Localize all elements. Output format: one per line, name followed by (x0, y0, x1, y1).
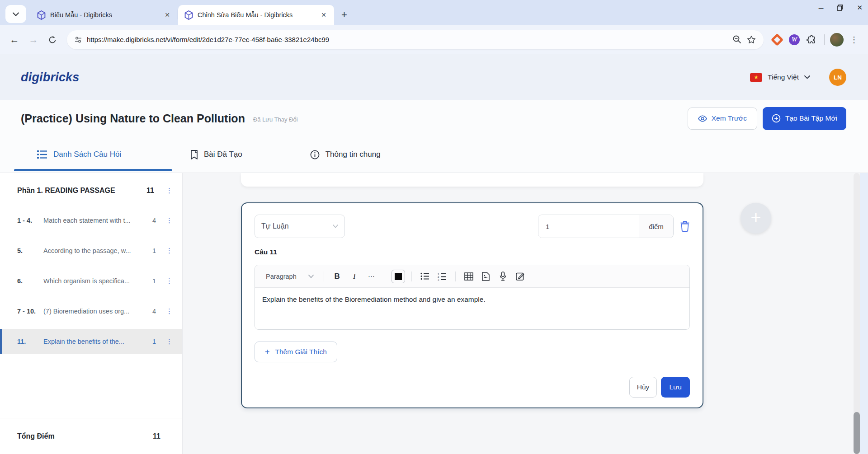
text-color-button[interactable] (391, 269, 406, 284)
paragraph-style-select[interactable]: Paragraph (261, 268, 318, 285)
tab-general-info[interactable]: Thông tin chung (310, 136, 381, 173)
question-item-6[interactable]: 6. Which organism is specifica... 1 ⋮ (0, 268, 182, 294)
browser-tab-forms[interactable]: Biểu Mẫu - Digibricks ✕ (31, 5, 178, 25)
bold-button[interactable]: B (330, 269, 345, 284)
browser-tab-edit-form[interactable]: Chỉnh Sửa Biểu Mẫu - Digibricks ✕ (178, 5, 334, 25)
section-header-row[interactable]: Phần 1. READING PASSAGE 11 ⋮ (0, 179, 182, 202)
tab-created-assignments[interactable]: Bài Đã Tạo (190, 136, 242, 173)
section-tabs: Danh Sách Câu Hỏi Bài Đã Tạo Thông tin c… (0, 136, 868, 173)
microphone-icon (500, 271, 506, 281)
section-title: Phần 1. READING PASSAGE (17, 187, 146, 195)
total-points-value: 11 (153, 432, 160, 440)
question-number-label: Câu 11 (255, 248, 690, 256)
insert-image-button[interactable] (478, 269, 494, 284)
forward-button[interactable]: → (25, 32, 42, 48)
save-status: Đã Lưu Thay Đổi (253, 116, 298, 123)
chevron-down-icon (333, 225, 338, 228)
vietnam-flag-icon: ★ (750, 73, 762, 82)
tab-search-button[interactable] (5, 5, 26, 23)
window-close-button[interactable]: ✕ (857, 4, 863, 12)
bookmark-star-icon[interactable] (746, 35, 756, 45)
points-input[interactable] (538, 215, 639, 238)
edit-square-icon (516, 272, 525, 281)
extension-icon-orange[interactable] (770, 33, 784, 47)
tab-title: Biểu Mẫu - Digibricks (50, 11, 158, 19)
points-unit-label: điểm (639, 215, 673, 238)
tab-close-icon[interactable]: ✕ (319, 10, 329, 20)
browser-profile-avatar[interactable] (830, 33, 844, 47)
insert-table-button[interactable] (461, 269, 476, 284)
question-item-5[interactable]: 5. According to the passage, w... 1 ⋮ (0, 238, 182, 263)
extensions-puzzle-icon[interactable] (804, 33, 819, 47)
delete-question-button[interactable] (680, 221, 690, 232)
more-options-icon[interactable]: ⋮ (166, 277, 172, 285)
question-text-editor[interactable]: Explain the benefits of the Bioremediati… (255, 288, 689, 329)
add-explanation-button[interactable]: + Thêm Giải Thích (255, 342, 337, 362)
site-info-icon[interactable] (74, 36, 82, 44)
extension-icon-w[interactable]: W (787, 33, 802, 47)
question-item-7-10[interactable]: 7 - 10. (7) Bioremediation uses org... 4… (0, 299, 182, 324)
toolbar-separator (411, 271, 412, 281)
user-avatar[interactable]: LN (829, 69, 846, 86)
zoom-out-icon[interactable] (732, 35, 742, 44)
browser-tabstrip: Biểu Mẫu - Digibricks ✕ Chỉnh Sửa Biểu M… (0, 0, 868, 25)
editor-content-area: Tự Luận điểm Câu 11 (183, 173, 868, 454)
scrollbar-thumb[interactable] (854, 412, 860, 454)
page-scrollbar[interactable] (854, 173, 860, 454)
address-bar[interactable]: https://make.digibricks.net/vi/form/edit… (67, 30, 764, 49)
more-options-icon[interactable]: ⋮ (166, 247, 172, 255)
edit-content-button[interactable] (513, 269, 528, 284)
trash-icon (680, 221, 690, 232)
url-text: https://make.digibricks.net/vi/form/edit… (87, 36, 728, 43)
title-row: (Practice) Using Nature to Clean Polluti… (0, 100, 868, 136)
digibricks-favicon (184, 10, 193, 20)
page-edge (860, 173, 868, 454)
question-item-11[interactable]: 11. Explain the benefits of the... 1 ⋮ (0, 329, 182, 354)
more-options-icon[interactable]: ⋮ (166, 187, 172, 195)
section-points: 11 (146, 187, 154, 195)
question-type-select[interactable]: Tự Luận (255, 215, 345, 238)
ordered-list-icon: 1 2 3 (438, 272, 447, 281)
create-assignment-button[interactable]: Tạo Bài Tập Mới (763, 107, 846, 130)
window-minimize-button[interactable]: ─ (819, 4, 824, 12)
more-options-icon[interactable]: ⋮ (166, 307, 172, 315)
more-formatting-button[interactable]: ⋯ (364, 269, 379, 284)
toolbar-separator (324, 271, 324, 281)
save-button[interactable]: Lưu (661, 377, 690, 398)
more-options-icon[interactable]: ⋮ (166, 337, 172, 346)
italic-button[interactable]: I (347, 269, 362, 284)
add-question-fab[interactable]: + (741, 203, 771, 234)
rich-text-editor: Paragraph B I ⋯ (255, 265, 690, 330)
browser-menu-icon[interactable]: ⋮ (846, 35, 862, 45)
ordered-list-button[interactable]: 1 2 3 (434, 269, 450, 284)
digibricks-favicon (37, 10, 46, 20)
window-restore-button[interactable] (837, 5, 843, 11)
tab-question-list[interactable]: Danh Sách Câu Hỏi (14, 136, 172, 173)
cancel-button[interactable]: Hủy (629, 377, 657, 398)
more-options-icon[interactable]: ⋮ (166, 216, 172, 225)
site-header: digibricks ★ Tiếng Việt LN (0, 54, 868, 100)
plus-circle-icon (772, 114, 781, 123)
language-selector-label[interactable]: Tiếng Việt (768, 73, 799, 81)
question-item-1-4[interactable]: 1 - 4. Match each statement with t... 4 … (0, 208, 182, 233)
preview-button[interactable]: Xem Trước (688, 108, 757, 130)
question-sidebar: Phần 1. READING PASSAGE 11 ⋮ 1 - 4. Matc… (0, 173, 183, 454)
color-swatch (395, 273, 402, 280)
chevron-down-icon (308, 275, 314, 278)
browser-toolbar: ← → https://make.digibricks.net/vi/form/… (0, 25, 868, 54)
reload-button[interactable] (44, 32, 61, 48)
rte-toolbar: Paragraph B I ⋯ (255, 265, 689, 288)
svg-text:1: 1 (438, 272, 439, 275)
tab-close-icon[interactable]: ✕ (162, 10, 172, 20)
new-tab-button[interactable]: + (341, 10, 347, 19)
digibricks-logo[interactable]: digibricks (21, 70, 80, 84)
toolbar-divider (824, 34, 825, 45)
bookmark-icon (190, 150, 198, 159)
back-button[interactable]: ← (6, 32, 23, 48)
info-icon (310, 150, 320, 159)
tab-label: Danh Sách Câu Hỏi (53, 150, 121, 159)
bullet-list-button[interactable] (417, 269, 433, 284)
points-field: điểm (538, 215, 674, 238)
chevron-down-icon[interactable] (804, 75, 810, 79)
record-audio-button[interactable] (495, 269, 511, 284)
